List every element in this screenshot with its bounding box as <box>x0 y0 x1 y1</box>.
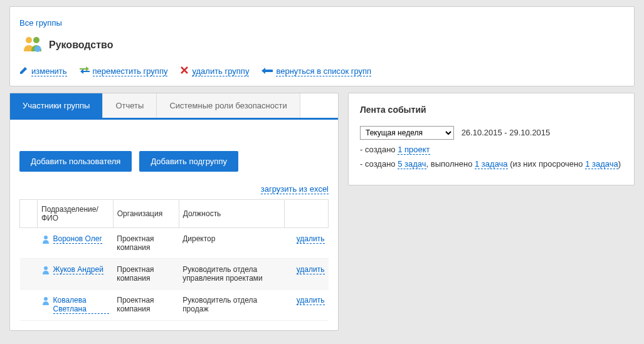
delete-group-action[interactable]: удалить группу <box>180 66 249 76</box>
feed-line-projects: - создано 1 проект <box>360 145 623 154</box>
move-group-action[interactable]: переместить группу <box>80 66 168 76</box>
period-select[interactable]: Текущая неделя <box>360 126 454 140</box>
org-cell: Проектная компания <box>113 228 179 259</box>
user-icon <box>41 265 50 276</box>
date-range-label: 26.10.2015 - 29.10.2015 <box>462 128 551 137</box>
group-title: Руководство <box>49 39 113 51</box>
header-card: Все группы Руководство изменить перемест… <box>9 6 635 86</box>
user-name-link[interactable]: Жуков Андрей <box>53 265 103 274</box>
tasks-created-link[interactable]: 5 задач <box>398 159 426 169</box>
add-user-button[interactable]: Добавить пользователя <box>19 151 132 172</box>
tasks-overdue-link[interactable]: 1 задача <box>585 159 618 169</box>
projects-created-link[interactable]: 1 проект <box>398 145 430 155</box>
table-row: Ковалева СветланаПроектная компанияРуков… <box>20 289 329 321</box>
role-cell: Руководитель отдела продаж <box>179 289 284 321</box>
move-arrows-icon <box>80 66 90 76</box>
events-feed-panel: Лента событий Текущая неделя 26.10.2015 … <box>348 93 635 185</box>
user-icon <box>41 296 50 307</box>
th-role: Должность <box>179 200 284 228</box>
tab-security-roles[interactable]: Системные роли безопасности <box>157 93 300 118</box>
th-actions <box>285 200 329 228</box>
svg-point-3 <box>44 236 48 239</box>
pencil-icon <box>19 66 28 76</box>
delete-x-icon <box>180 66 189 76</box>
user-name-link[interactable]: Ковалева Светлана <box>53 296 110 314</box>
tasks-done-link[interactable]: 1 задача <box>475 159 508 169</box>
back-to-list-action[interactable]: вернуться в список групп <box>261 66 371 76</box>
delete-user-link[interactable]: удалить <box>297 234 325 244</box>
people-group-icon <box>23 35 43 55</box>
delete-user-link[interactable]: удалить <box>297 296 325 305</box>
tab-members[interactable]: Участники группы <box>10 93 103 118</box>
edit-group-action[interactable]: изменить <box>19 66 67 76</box>
user-icon <box>41 234 50 246</box>
svg-point-2 <box>34 46 41 52</box>
feed-title: Лента событий <box>360 105 623 115</box>
org-cell: Проектная компания <box>113 259 179 289</box>
role-cell: Директор <box>179 228 284 259</box>
add-subgroup-button[interactable]: Добавить подгруппу <box>139 151 238 172</box>
table-row: Воронов ОлегПроектная компанияДиректоруд… <box>20 228 329 259</box>
svg-point-0 <box>26 37 32 43</box>
svg-point-4 <box>44 266 48 270</box>
tabs-bar: Участники группы Отчеты Системные роли б… <box>10 93 338 120</box>
delete-user-link[interactable]: удалить <box>297 265 325 274</box>
role-cell: Руководитель отдела управления проектами <box>179 259 284 289</box>
svg-point-1 <box>33 37 40 43</box>
tab-reports[interactable]: Отчеты <box>103 93 157 118</box>
back-arrow-icon <box>261 66 273 76</box>
org-cell: Проектная компания <box>113 289 179 321</box>
svg-point-5 <box>44 297 48 301</box>
breadcrumb-all-groups[interactable]: Все группы <box>19 18 62 28</box>
members-table: Подразделение/ФИО Организация Должность … <box>19 199 329 321</box>
table-row: Жуков АндрейПроектная компанияРуководите… <box>20 259 329 289</box>
user-name-link[interactable]: Воронов Олег <box>53 234 102 244</box>
th-name: Подразделение/ФИО <box>38 200 113 228</box>
th-org: Организация <box>113 200 179 228</box>
feed-line-tasks: - создано 5 задач, выполнено 1 задача (и… <box>360 159 623 169</box>
load-from-excel-link[interactable]: загрузить из excel <box>261 184 329 194</box>
th-expand <box>20 200 38 228</box>
members-panel: Участники группы Отчеты Системные роли б… <box>9 93 339 331</box>
